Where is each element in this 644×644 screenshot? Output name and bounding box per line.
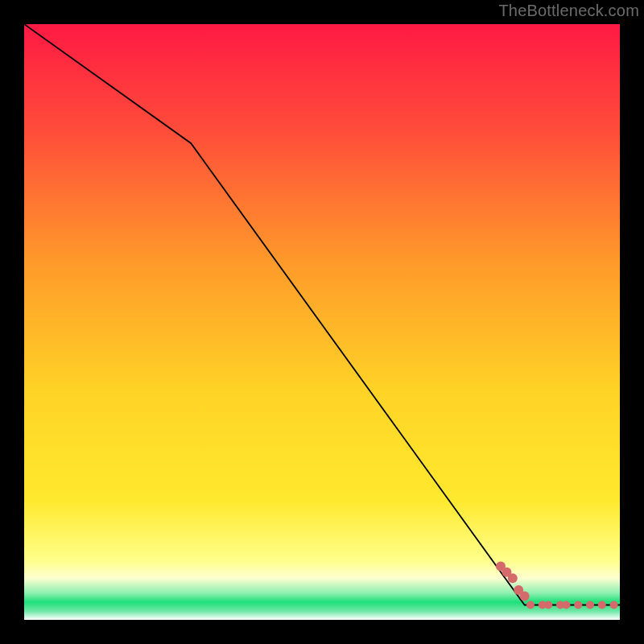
chart-svg [24, 24, 620, 620]
data-point [610, 601, 618, 609]
plot-area [24, 24, 620, 620]
data-point [526, 601, 535, 609]
data-point [544, 601, 552, 609]
gradient-background [24, 24, 620, 620]
data-point [520, 591, 530, 601]
chart-frame: TheBottleneck.com [0, 0, 644, 644]
data-point [586, 601, 594, 609]
watermark-label: TheBottleneck.com [498, 2, 639, 20]
data-point [508, 573, 518, 583]
data-point [574, 601, 582, 609]
data-point [562, 601, 570, 609]
data-point [598, 601, 606, 609]
